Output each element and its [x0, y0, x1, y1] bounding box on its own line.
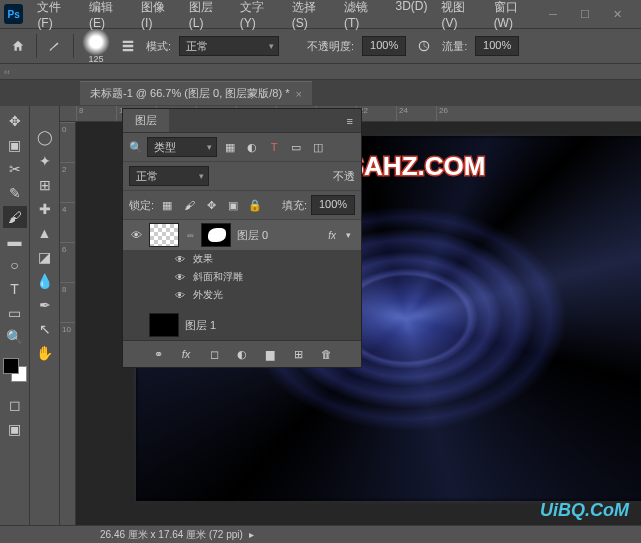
zoom-tool[interactable]: 🔍 [3, 326, 27, 348]
panel-menu-icon[interactable]: ≡ [339, 115, 361, 127]
brush-size-label: 125 [82, 54, 110, 64]
healing-tool[interactable]: ✚ [33, 198, 57, 220]
title-bar: Ps 文件(F) 编辑(E) 图像(I) 图层(L) 文字(Y) 选择(S) 滤… [0, 0, 641, 28]
hand-tool[interactable]: ✋ [33, 342, 57, 364]
visibility-icon[interactable]: 👁 [129, 229, 143, 241]
link-icon: ⎓ [185, 229, 195, 241]
layer-opacity-label: 不透 [333, 169, 355, 184]
filter-smart-icon[interactable]: ◫ [309, 138, 327, 156]
tools-panel-secondary: ◯ ✦ ⊞ ✚ ▲ ◪ 💧 ✒ ↖ ✋ [30, 106, 60, 525]
brush-tool-icon[interactable] [45, 36, 65, 56]
delete-icon[interactable]: 🗑 [317, 345, 335, 363]
lasso-tool[interactable]: ◯ [33, 126, 57, 148]
menu-file[interactable]: 文件(F) [31, 0, 81, 34]
main-area: ✥ ▣ ✂ ✎ 🖌 ▬ ○ T ▭ 🔍 ◻ ▣ ◯ ✦ ⊞ ✚ ▲ ◪ 💧 ✒ … [0, 106, 641, 525]
app-logo: Ps [4, 4, 23, 24]
layers-tab[interactable]: 图层 [123, 109, 169, 132]
effect-bevel[interactable]: 👁 斜面和浮雕 [123, 268, 361, 286]
brush-preview[interactable] [82, 28, 110, 56]
layer-thumb[interactable] [149, 313, 179, 337]
canvas-area: 8 10 12 14 16 18 20 22 24 26 0 2 4 6 8 1… [60, 106, 641, 525]
blur-tool[interactable]: 💧 [33, 270, 57, 292]
filter-adjust-icon[interactable]: ◐ [243, 138, 261, 156]
eyedropper-tool[interactable]: ✎ [3, 182, 27, 204]
menu-select[interactable]: 选择(S) [286, 0, 336, 34]
crop-tool[interactable]: ✂ [3, 158, 27, 180]
collapse-bar[interactable]: ‹‹ [0, 64, 641, 80]
new-layer-icon[interactable]: ⊞ [289, 345, 307, 363]
brush-panel-icon[interactable] [118, 36, 138, 56]
status-arrow-icon[interactable]: ▸ [249, 529, 254, 540]
rectangle-tool[interactable]: ▭ [3, 302, 27, 324]
flow-input[interactable]: 100% [475, 36, 519, 56]
group-icon[interactable]: ▆ [261, 345, 279, 363]
wand-tool[interactable]: ✦ [33, 150, 57, 172]
lock-paint-icon[interactable]: 🖌 [180, 196, 198, 214]
layer-name[interactable]: 图层 1 [185, 318, 216, 333]
adjustment-icon[interactable]: ◐ [233, 345, 251, 363]
marquee-tool[interactable]: ▣ [3, 134, 27, 156]
effect-outer-glow[interactable]: 👁 外发光 [123, 286, 361, 304]
lock-all-icon[interactable]: 🔒 [246, 196, 264, 214]
screenmode-tool[interactable]: ▣ [3, 418, 27, 440]
lock-transparent-icon[interactable]: ▦ [158, 196, 176, 214]
gradient-tool[interactable]: ▬ [3, 230, 27, 252]
effects-row[interactable]: 👁 效果 [123, 250, 361, 268]
flow-label: 流量: [442, 39, 467, 54]
path-tool[interactable]: ↖ [33, 318, 57, 340]
quickmask-tool[interactable]: ◻ [3, 394, 27, 416]
fx-icon[interactable]: fx [177, 345, 195, 363]
pressure-opacity-icon[interactable] [414, 36, 434, 56]
brush-tool[interactable]: 🖌 [3, 206, 27, 228]
dodge-tool[interactable]: ○ [3, 254, 27, 276]
filter-shape-icon[interactable]: ▭ [287, 138, 305, 156]
filter-pixel-icon[interactable]: ▦ [221, 138, 239, 156]
menu-3d[interactable]: 3D(D) [389, 0, 433, 34]
home-icon[interactable] [8, 36, 28, 56]
filter-type-dropdown[interactable]: 类型 [147, 137, 217, 157]
filter-type-icon[interactable]: T [265, 138, 283, 156]
type-tool[interactable]: T [3, 278, 27, 300]
menu-type[interactable]: 文字(Y) [234, 0, 284, 34]
layer-item-0[interactable]: 👁 ⎓ 图层 0 fx ▾ [123, 220, 361, 250]
layer-blend-dropdown[interactable]: 正常 [129, 166, 209, 186]
menu-view[interactable]: 视图(V) [435, 0, 485, 34]
layer-item-1[interactable]: 👁 图层 1 [123, 310, 361, 340]
window-controls: ─ ☐ ✕ [541, 4, 637, 24]
menu-window[interactable]: 窗口(W) [488, 0, 541, 34]
fill-input[interactable]: 100% [311, 195, 355, 215]
close-button[interactable]: ✕ [605, 4, 629, 24]
pen-tool[interactable]: ✒ [33, 294, 57, 316]
minimize-button[interactable]: ─ [541, 4, 565, 24]
maximize-button[interactable]: ☐ [573, 4, 597, 24]
visibility-icon[interactable]: 👁 [173, 254, 187, 265]
lock-position-icon[interactable]: ✥ [202, 196, 220, 214]
menu-filter[interactable]: 滤镜(T) [338, 0, 388, 34]
color-swatches[interactable] [3, 358, 27, 382]
frame-tool[interactable]: ⊞ [33, 174, 57, 196]
eraser-tool[interactable]: ◪ [33, 246, 57, 268]
fx-badge[interactable]: fx [328, 230, 340, 241]
opacity-input[interactable]: 100% [362, 36, 406, 56]
menu-layer[interactable]: 图层(L) [183, 0, 232, 34]
move-tool[interactable]: ✥ [3, 110, 27, 132]
mask-thumb[interactable] [201, 223, 231, 247]
link-layers-icon[interactable]: ⚭ [149, 345, 167, 363]
ruler-vertical: 0 2 4 6 8 10 [60, 122, 76, 525]
visibility-icon[interactable]: 👁 [173, 290, 187, 301]
tools-panel-primary: ✥ ▣ ✂ ✎ 🖌 ▬ ○ T ▭ 🔍 ◻ ▣ [0, 106, 30, 525]
tab-close-icon[interactable]: × [295, 88, 301, 100]
mask-icon[interactable]: ◻ [205, 345, 223, 363]
menu-image[interactable]: 图像(I) [135, 0, 181, 34]
fx-expand-icon[interactable]: ▾ [346, 230, 355, 240]
visibility-icon[interactable]: 👁 [173, 272, 187, 283]
opacity-label: 不透明度: [307, 39, 354, 54]
stamp-tool[interactable]: ▲ [33, 222, 57, 244]
layers-footer: ⚭ fx ◻ ◐ ▆ ⊞ 🗑 [123, 340, 361, 367]
document-tab[interactable]: 未标题-1 @ 66.7% (图层 0, 图层蒙版/8) * × [80, 81, 312, 105]
layer-name[interactable]: 图层 0 [237, 228, 268, 243]
foreground-color[interactable] [3, 358, 19, 374]
blend-mode-dropdown[interactable]: 正常 [179, 36, 279, 56]
lock-artboard-icon[interactable]: ▣ [224, 196, 242, 214]
layer-thumb[interactable] [149, 223, 179, 247]
